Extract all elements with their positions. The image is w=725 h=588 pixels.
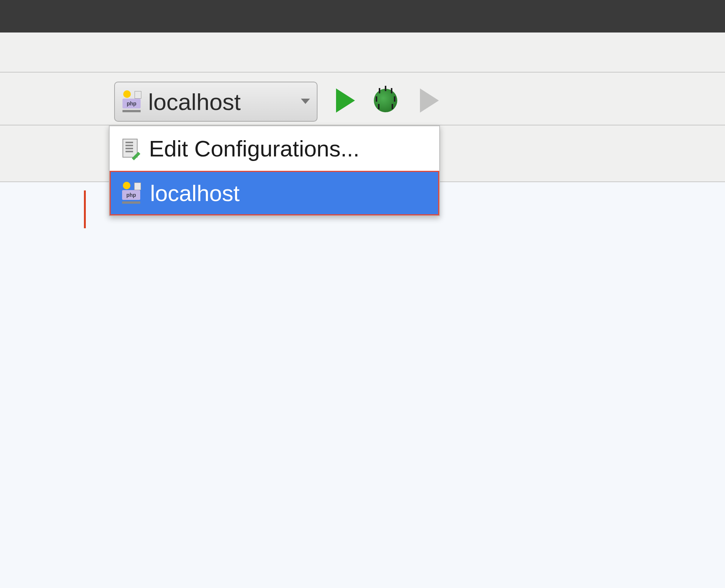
toolbar-row: php localhost	[0, 73, 725, 125]
menu-item-label: localhost	[150, 180, 240, 206]
menu-bar-row	[0, 32, 725, 73]
coverage-icon	[420, 88, 439, 113]
run-button[interactable]	[330, 85, 361, 116]
document-edit-icon	[120, 138, 141, 159]
menu-item-edit-configurations[interactable]: Edit Configurations...	[110, 126, 439, 171]
chevron-down-icon	[299, 98, 310, 105]
window-titlebar	[0, 0, 725, 32]
bug-icon	[374, 89, 397, 112]
run-config-selector[interactable]: php localhost	[114, 82, 318, 122]
debug-button[interactable]	[370, 85, 401, 116]
editor-area[interactable]	[0, 182, 725, 588]
run-config-label: localhost	[148, 88, 294, 115]
run-config-dropdown-menu: Edit Configurations... php localhost	[109, 125, 440, 216]
menu-item-label: Edit Configurations...	[149, 136, 359, 162]
menu-item-localhost[interactable]: php localhost	[110, 171, 439, 215]
run-coverage-button[interactable]	[414, 85, 445, 116]
play-icon	[336, 88, 355, 113]
text-cursor	[84, 190, 86, 228]
php-icon: php	[122, 91, 143, 112]
php-icon: php	[121, 183, 143, 204]
